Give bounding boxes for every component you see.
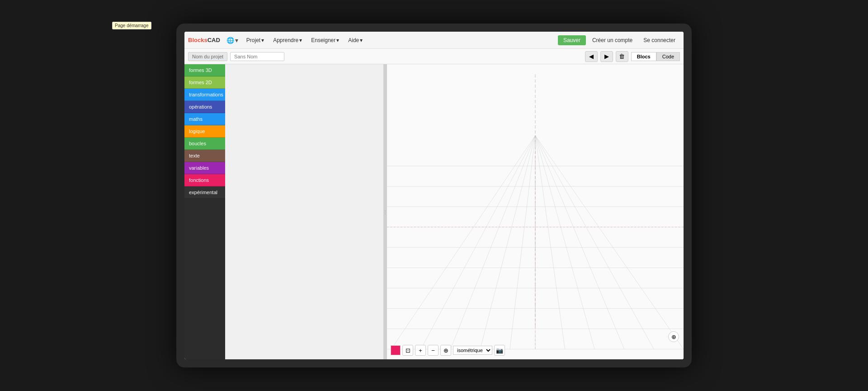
crosshair-icon: ⊕	[671, 334, 676, 340]
globe-chevron: ▾	[235, 37, 238, 44]
project-name-input[interactable]	[230, 52, 284, 61]
menu-apprendre-chevron: ▾	[299, 37, 302, 43]
se-connecter-button[interactable]: Se connecter	[639, 35, 680, 45]
redo-button[interactable]: ▶	[600, 51, 613, 62]
logo-blocks: Blocks	[188, 37, 208, 43]
sidebar-item-transformations[interactable]: transformations	[184, 89, 225, 101]
menu-enseigner[interactable]: Enseigner ▾	[307, 36, 343, 45]
view-blocs-button[interactable]: Blocs	[631, 52, 656, 61]
fit-view-icon: ⊡	[406, 347, 410, 354]
view-3d: .grid-line { stroke: #ccc; stroke-width:…	[387, 64, 684, 359]
sidebar-item-boucles[interactable]: boucles	[184, 138, 225, 150]
undo-icon: ◀	[589, 53, 594, 60]
logo-scad: CAD	[208, 37, 220, 43]
undo-button[interactable]: ◀	[585, 51, 598, 62]
view-code-button[interactable]: Code	[656, 52, 680, 61]
crosshair-button[interactable]: ⊕	[668, 331, 679, 342]
zoom-out-button[interactable]: −	[428, 345, 439, 356]
view-toolbar: ⊡ + − ⊕ isométriqueperspectivedessusface…	[391, 345, 505, 356]
creer-compte-button[interactable]: Créer un compte	[588, 35, 637, 45]
zoom-fit-button[interactable]: ⊕	[440, 345, 451, 356]
grid-canvas: .grid-line { stroke: #ccc; stroke-width:…	[387, 64, 684, 359]
sauver-button[interactable]: Sauver	[558, 35, 586, 45]
menu-apprendre[interactable]: Apprendre ▾	[269, 36, 306, 45]
panel-divider[interactable]: ⋮	[383, 64, 387, 359]
sidebar-item-formes-2d[interactable]: formes 2D	[184, 76, 225, 89]
menu-apprendre-label: Apprendre	[273, 37, 298, 43]
menu-enseigner-chevron: ▾	[336, 37, 339, 43]
sidebar-item-experimental[interactable]: expérimental	[184, 186, 225, 199]
delete-icon: 🗑	[619, 53, 625, 60]
camera-icon: 📷	[496, 347, 503, 354]
camera-button[interactable]: 📷	[494, 345, 505, 356]
delete-button[interactable]: 🗑	[616, 51, 628, 62]
menu-aide-chevron: ▾	[360, 37, 363, 43]
language-button[interactable]: 🌐 ▾	[224, 35, 241, 45]
menu-aide-label: Aide	[348, 37, 359, 43]
project-label: Nom du projet	[188, 52, 227, 61]
sidebar-item-texte[interactable]: texte	[184, 150, 225, 162]
redo-icon: ▶	[604, 53, 609, 60]
zoom-in-icon: +	[419, 347, 422, 354]
zoom-fit-icon: ⊕	[443, 347, 448, 354]
main-content: formes 3Dformes 2Dtransformationsopérati…	[184, 64, 684, 359]
sidebar-item-formes-3d[interactable]: formes 3D	[184, 64, 225, 76]
menu-aide[interactable]: Aide ▾	[344, 36, 366, 45]
color-swatch[interactable]	[391, 345, 401, 355]
app-logo: BlocksCAD	[188, 37, 220, 43]
menu-enseigner-label: Enseigner	[311, 37, 335, 43]
globe-icon: 🌐	[226, 37, 234, 44]
fit-view-button[interactable]: ⊡	[402, 345, 413, 356]
project-bar: Nom du projet ◀ ▶ 🗑 Blocs Code	[184, 49, 684, 64]
sidebar-item-logique[interactable]: logique	[184, 125, 225, 138]
menu-projet-chevron: ▾	[261, 37, 264, 43]
sidebar-item-operations[interactable]: opérations	[184, 101, 225, 113]
sidebar-item-maths[interactable]: maths	[184, 113, 225, 125]
device-screen: BlocksCAD Page démarrage 🌐 ▾ Projet ▾ Ap…	[184, 32, 684, 359]
zoom-in-button[interactable]: +	[415, 345, 426, 356]
sidebar-item-fonctions[interactable]: fonctions	[184, 174, 225, 186]
navbar: BlocksCAD Page démarrage 🌐 ▾ Projet ▾ Ap…	[184, 32, 684, 49]
zoom-out-icon: −	[431, 347, 435, 354]
sidebar: formes 3Dformes 2Dtransformationsopérati…	[184, 64, 225, 359]
view-mode-select[interactable]: isométriqueperspectivedessusfacedroite	[453, 346, 492, 355]
block-panel	[225, 64, 383, 359]
menu-projet[interactable]: Projet ▾	[243, 36, 268, 45]
sidebar-item-variables[interactable]: variables	[184, 162, 225, 174]
device-frame: BlocksCAD Page démarrage 🌐 ▾ Projet ▾ Ap…	[176, 24, 692, 367]
view-toggle: Blocs Code	[631, 52, 680, 61]
menu-projet-label: Projet	[246, 37, 260, 43]
